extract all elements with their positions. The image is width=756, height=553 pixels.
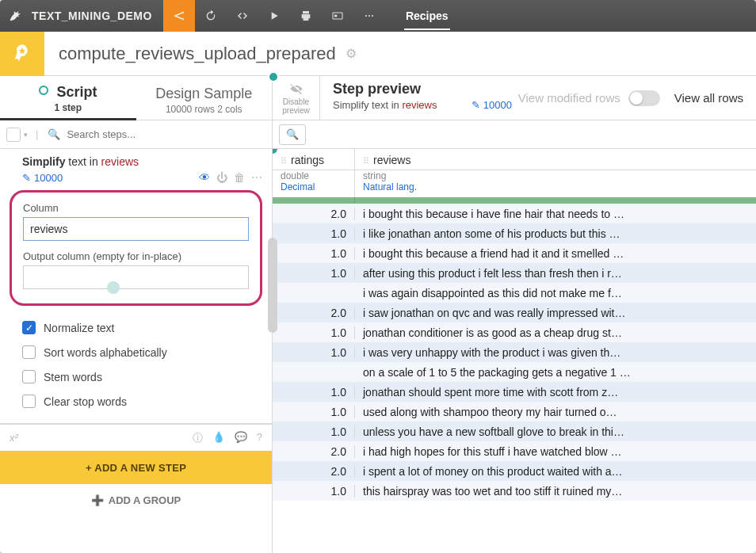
table-row[interactable]: 2.0i bought this because i have fine hai… — [273, 204, 756, 223]
status-dot-icon — [39, 86, 48, 95]
plus-circle-icon: ➕ — [91, 494, 104, 506]
comment-icon[interactable]: 💬 — [235, 431, 247, 445]
drop-icon[interactable]: 💧 — [212, 431, 225, 445]
column-label: Column — [23, 202, 249, 214]
svg-point-5 — [365, 15, 367, 17]
checkbox-icon — [22, 345, 36, 359]
cycle-icon[interactable] — [195, 0, 227, 32]
check-sort-words[interactable]: Sort words alphabetically — [19, 340, 262, 364]
table-row[interactable]: 2.0i had high hopes for this stuff i hav… — [273, 441, 756, 461]
recipe-header: compute_reviews_upload_prepared ⚙ — [0, 32, 756, 76]
check-clear-stop-words[interactable]: Clear stop words — [19, 389, 262, 414]
cell-reviews: i bought this because i have fine hair t… — [355, 208, 756, 220]
help-icon[interactable]: ? — [257, 431, 262, 445]
tab-script[interactable]: Script 1 step — [0, 78, 136, 120]
print-icon[interactable] — [290, 0, 322, 32]
search-steps-input[interactable] — [65, 128, 265, 141]
column-health-bar — [273, 197, 756, 204]
table-row[interactable]: 1.0jonathan should spent more time with … — [273, 382, 756, 402]
panel-resize-handle[interactable] — [268, 238, 277, 333]
recipe-type-icon — [0, 32, 44, 76]
cell-reviews: i bought this because a friend had it an… — [355, 247, 756, 260]
column-meaning-reviews[interactable]: Natural lang. — [363, 181, 417, 193]
status-dot-icon — [268, 71, 279, 82]
disable-preview-button[interactable]: Disable preview — [273, 76, 320, 120]
step-footer: x² ⓘ 💧 💬 ? — [0, 424, 272, 451]
cell-reviews: this hairspray was too wet and too stiff… — [355, 485, 756, 498]
info-icon[interactable]: ⓘ — [193, 431, 203, 445]
preview-row-count[interactable]: ✎ 10000 — [472, 99, 512, 111]
cell-ratings: 1.0 — [273, 485, 355, 498]
select-all-checkbox[interactable] — [6, 128, 21, 142]
cell-reviews: after using this product i felt less tha… — [355, 267, 756, 280]
recipe-settings-icon[interactable]: ⚙ — [346, 46, 357, 61]
search-icon: 🔍 — [48, 128, 60, 140]
table-row[interactable]: 1.0i like jonathan anton some of his pro… — [273, 223, 756, 243]
cell-reviews: jonathan should spent more time with sco… — [355, 386, 756, 399]
column-type-ratings: double — [273, 170, 355, 181]
table-row[interactable]: 1.0unless you have a new softball glove … — [273, 421, 756, 441]
power-icon[interactable]: ⏻ — [216, 171, 227, 184]
checkbox-icon — [22, 321, 36, 334]
flow-icon[interactable] — [163, 0, 195, 32]
svg-point-7 — [372, 15, 373, 17]
code-icon[interactable] — [227, 0, 258, 32]
formula-icon[interactable]: x² — [10, 432, 18, 444]
svg-rect-4 — [334, 15, 337, 17]
step-title: Simplify text in reviews — [0, 149, 272, 171]
check-stem-words[interactable]: Stem words — [19, 364, 262, 389]
cell-ratings: 1.0 — [273, 346, 355, 359]
table-row[interactable]: 2.0i spent a lot of money on this produc… — [273, 461, 756, 481]
checkbox-icon — [22, 395, 36, 408]
preview-subtitle: Simplify text in reviews ✎ 10000 — [333, 99, 518, 111]
cell-ratings: 2.0 — [273, 208, 355, 220]
check-normalize-text[interactable]: Normalize text — [19, 315, 262, 340]
view-all-rows-label: View all rows — [674, 91, 743, 105]
cell-reviews: i saw jonathan on qvc and was really imp… — [355, 307, 756, 319]
table-row[interactable]: 1.0i was very unhappy with the product i… — [273, 342, 756, 362]
tab-script-sub: 1 step — [3, 102, 133, 113]
column-type-reviews: string — [355, 170, 756, 181]
tab-design-sub: 10000 rows 2 cols — [139, 104, 269, 115]
table-row[interactable]: i was again disappointed as this did not… — [273, 283, 756, 303]
play-icon[interactable] — [258, 0, 290, 32]
card-icon[interactable] — [322, 0, 353, 32]
add-new-step-button[interactable]: + ADD A NEW STEP — [0, 451, 272, 484]
logo-icon[interactable] — [0, 0, 32, 32]
cell-reviews: jonathan conditioner is as good as a che… — [355, 326, 756, 339]
table-row[interactable]: 1.0jonathan conditioner is as good as a … — [273, 322, 756, 342]
table-row[interactable]: 1.0this hairspray was too wet and too st… — [273, 481, 756, 501]
table-row[interactable]: on a scale of 1 to 5 the packaging gets … — [273, 362, 756, 382]
steps-toolbar: ▾ | 🔍 — [0, 120, 272, 149]
table-row[interactable]: 1.0after using this product i felt less … — [273, 263, 756, 283]
table-row[interactable]: 1.0i bought this because a friend had it… — [273, 243, 756, 263]
cell-reviews: used along with shampoo theory my hair t… — [355, 406, 756, 418]
app-topbar: TEXT_MINING_DEMO Recipes — [0, 0, 756, 32]
step-card[interactable]: Simplify text in reviews ✎10000 👁 ⏻ 🗑 ⋯ … — [0, 149, 272, 424]
column-input[interactable] — [23, 217, 249, 241]
column-header-ratings[interactable]: ⠿ratings — [273, 149, 355, 170]
tab-design-sample[interactable]: Design Sample 10000 rows 2 cols — [136, 79, 273, 120]
table-search-button[interactable]: 🔍 — [279, 124, 306, 145]
preview-toggle-icon[interactable]: 👁 — [199, 171, 210, 184]
more-icon[interactable] — [353, 0, 385, 32]
table-row[interactable]: 1.0used along with shampoo theory my hai… — [273, 402, 756, 421]
output-column-input[interactable] — [23, 265, 249, 289]
select-dropdown-icon[interactable]: ▾ — [24, 131, 28, 139]
preview-panel: Disable preview Step preview Simplify te… — [273, 76, 756, 553]
column-header-reviews[interactable]: ⠿reviews — [355, 149, 756, 170]
delete-icon[interactable]: 🗑 — [234, 171, 245, 184]
tab-script-title: Script — [56, 84, 97, 100]
step-more-icon[interactable]: ⋯ — [251, 171, 262, 184]
project-name[interactable]: TEXT_MINING_DEMO — [32, 10, 163, 22]
cell-ratings: 2.0 — [273, 465, 355, 478]
column-meaning-ratings[interactable]: Decimal — [281, 181, 315, 193]
add-group-button[interactable]: ➕ ADD A GROUP — [0, 484, 272, 516]
cell-ratings: 2.0 — [273, 445, 355, 458]
view-toggle[interactable] — [628, 90, 660, 106]
step-row-count[interactable]: ✎10000 — [22, 172, 63, 184]
cell-reviews: i had high hopes for this stuff i have w… — [355, 445, 756, 458]
table-row[interactable]: 2.0i saw jonathan on qvc and was really … — [273, 303, 756, 322]
tab-recipes[interactable]: Recipes — [404, 2, 450, 30]
recipe-name: compute_reviews_upload_prepared — [44, 44, 336, 64]
